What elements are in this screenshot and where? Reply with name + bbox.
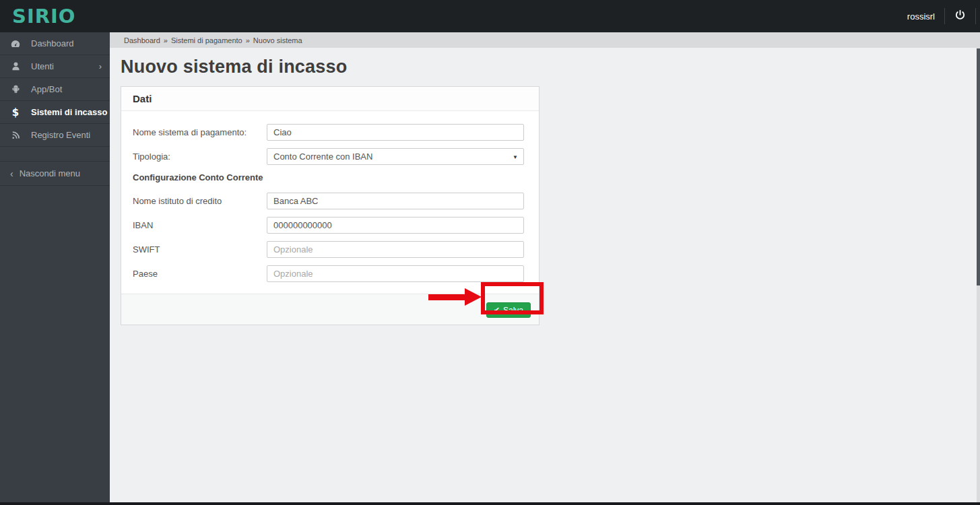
iban-label: IBAN [133, 217, 267, 230]
sidebar-item-label: App/Bot [31, 84, 62, 94]
logo-area[interactable]: SIRIO [0, 0, 110, 32]
sidebar-item-label: Registro Eventi [31, 130, 90, 140]
form-row: Nome sistema di pagamento: [133, 124, 527, 141]
caret-down-icon: ▼ [513, 149, 518, 166]
content-area: Dashboard » Sistemi di pagamento » Nuovo… [110, 32, 980, 502]
form-row: Paese [133, 265, 527, 282]
app-logo: SIRIO [12, 5, 75, 28]
scrollbar-track [977, 48, 980, 502]
rss-icon [0, 130, 31, 140]
collapse-menu-label: Nascondi menu [20, 168, 80, 178]
paese-label: Paese [133, 265, 267, 279]
form-row: Nome istituto di credito [133, 193, 527, 209]
annotation-arrow-head-icon [465, 288, 482, 306]
istituto-input[interactable] [267, 193, 524, 209]
swift-input[interactable] [267, 241, 524, 258]
swift-label: SWIFT [133, 241, 267, 255]
collapse-menu-button[interactable]: ‹ Nascondi menu [0, 161, 110, 186]
sidebar-item-registro-eventi[interactable]: Registro Eventi [0, 124, 110, 147]
panel-body: Nome sistema di pagamento: Tipologia: Co… [121, 111, 539, 294]
android-icon [0, 84, 31, 94]
istituto-label: Nome istituto di credito [133, 193, 267, 206]
breadcrumb-current: Nuovo sistema [253, 36, 302, 44]
tipologia-selected-value: Conto Corrente con IBAN [273, 152, 372, 162]
sidebar-item-dashboard[interactable]: Dashboard [0, 32, 110, 55]
breadcrumb-dashboard[interactable]: Dashboard [124, 36, 160, 44]
topbar: SIRIO rossisrl [0, 0, 980, 32]
page-title: Nuovo sistema di incasso [121, 57, 980, 77]
sidebar: Dashboard Utenti › [0, 32, 110, 502]
sidebar-item-app-bot[interactable]: App/Bot [0, 78, 110, 101]
power-icon [954, 9, 966, 23]
annotation-highlight-box [481, 282, 544, 314]
tachometer-icon [0, 38, 31, 49]
form-row: SWIFT [133, 241, 527, 258]
paese-input[interactable] [267, 265, 524, 282]
sidebar-item-utenti[interactable]: Utenti › [0, 55, 110, 78]
nome-sistema-input[interactable] [267, 124, 524, 141]
sidebar-item-label: Utenti [31, 61, 54, 71]
divider [975, 8, 976, 24]
username-menu[interactable]: rossisrl [898, 11, 944, 22]
tipologia-label: Tipologia: [133, 148, 267, 162]
tipologia-select[interactable]: Conto Corrente con IBAN ▼ [267, 148, 524, 165]
breadcrumb-separator: » [246, 36, 250, 44]
scrollbar-thumb[interactable] [977, 48, 980, 285]
annotation-arrow [428, 294, 467, 300]
dollar-icon: $ [0, 106, 31, 119]
nome-sistema-label: Nome sistema di pagamento: [133, 124, 267, 137]
breadcrumb-sistemi-di-pagamento[interactable]: Sistemi di pagamento [171, 36, 242, 44]
sidebar-item-label: Dashboard [31, 38, 74, 48]
breadcrumb-separator: » [164, 36, 168, 44]
panel-title: Dati [133, 93, 152, 104]
chevron-left-icon: ‹ [10, 168, 13, 179]
chevron-right-icon: › [99, 61, 102, 71]
sidebar-item-label: Sistemi di incasso [31, 107, 107, 117]
breadcrumb: Dashboard » Sistemi di pagamento » Nuovo… [110, 32, 980, 48]
sidebar-item-sistemi-di-incasso[interactable]: $ Sistemi di incasso [0, 101, 110, 124]
app-window: SIRIO rossisrl [0, 0, 980, 505]
form-row: Tipologia: Conto Corrente con IBAN ▼ [133, 148, 527, 165]
user-icon [0, 61, 31, 71]
section-heading-configurazione: Configurazione Conto Corrente [133, 172, 527, 182]
topbar-right: rossisrl [898, 0, 980, 32]
power-button[interactable] [945, 0, 975, 32]
form-row: IBAN [133, 217, 527, 234]
window-bottom-edge [0, 502, 980, 505]
iban-input[interactable] [267, 217, 524, 234]
panel-header: Dati [121, 87, 539, 111]
